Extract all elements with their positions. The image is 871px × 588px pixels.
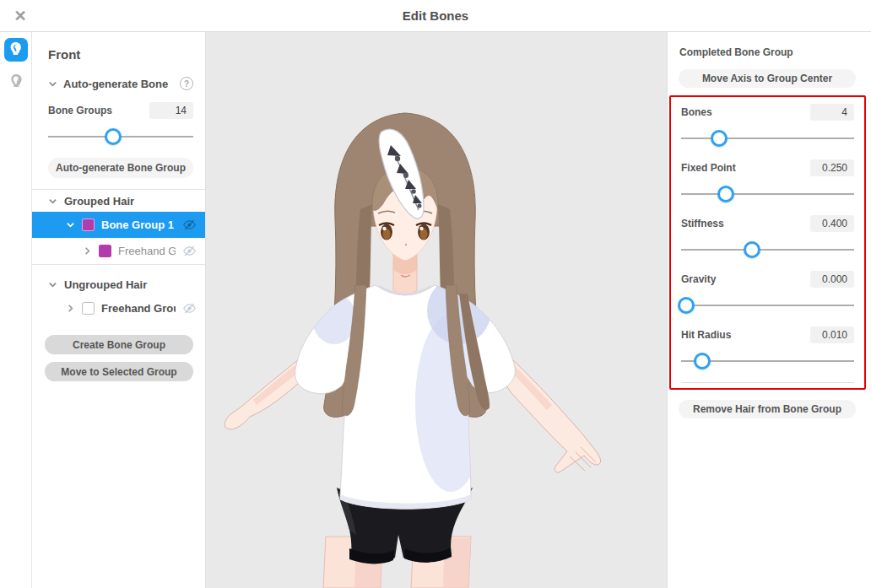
bones-slider[interactable]	[681, 129, 854, 148]
bone-groups-slider[interactable]	[48, 127, 193, 146]
slider-thumb[interactable]	[744, 241, 760, 258]
slider-thumb[interactable]	[717, 186, 734, 202]
move-axis-to-group-center-button[interactable]: Move Axis to Group Center	[679, 69, 856, 88]
close-button[interactable]: ✕	[11, 7, 30, 25]
stiffness-value[interactable]: 0.400	[810, 215, 854, 232]
eye-slash-icon[interactable]	[182, 301, 197, 316]
move-to-selected-group-button[interactable]: Move to Selected Group	[45, 362, 193, 381]
edit-bones-dialog: ✕ Edit Bones	[0, 0, 871, 588]
hair-bone-tool-button[interactable]	[4, 38, 28, 62]
freehand-group-1-label: Freehand Group 1	[101, 302, 176, 315]
freehand-child-label: Freehand Grou	[118, 245, 176, 257]
bone-parameters-highlight-box: Bones 4 Fixed Point 0.250 Stiffness	[669, 95, 866, 390]
tree-row-freehand-child[interactable]: Freehand Grou	[32, 238, 205, 264]
chevron-right-icon[interactable]	[66, 304, 75, 313]
slider-thumb[interactable]	[678, 297, 695, 314]
chevron-right-icon[interactable]	[83, 246, 92, 256]
slider-track	[681, 249, 854, 251]
fixed-point-value[interactable]: 0.250	[810, 159, 854, 176]
slider-track	[681, 305, 854, 306]
create-bone-group-button[interactable]: Create Bone Group	[45, 335, 193, 354]
eye-slash-icon[interactable]	[182, 244, 197, 258]
freehand-child-color-swatch[interactable]	[99, 245, 111, 257]
model-viewport[interactable]	[206, 32, 667, 588]
bones-value[interactable]: 4	[810, 104, 854, 121]
grouped-hair-header[interactable]: Grouped Hair	[32, 190, 205, 212]
head-tool-button[interactable]	[4, 70, 28, 94]
chevron-down-icon[interactable]	[48, 79, 57, 89]
fixed-point-label: Fixed Point	[681, 162, 736, 174]
right-panel: Completed Bone Group Move Axis to Group …	[667, 32, 871, 588]
divider	[681, 382, 854, 383]
tool-rail	[0, 32, 32, 588]
stiffness-slider[interactable]	[681, 240, 854, 259]
bones-label: Bones	[681, 106, 712, 118]
bone-group-1-label: Bone Group 1	[101, 218, 176, 231]
remove-hair-from-bone-group-button[interactable]: Remove Hair from Bone Group	[679, 400, 856, 418]
hair-bone-tool-icon	[8, 40, 24, 59]
tree-row-bone-group-1[interactable]: Bone Group 1	[32, 212, 205, 238]
fixed-point-slider[interactable]	[681, 185, 854, 203]
tree-row-freehand-group-1[interactable]: Freehand Group 1	[32, 295, 205, 321]
completed-bone-group-header: Completed Bone Group	[679, 46, 856, 58]
gravity-slider[interactable]	[681, 296, 854, 315]
gravity-label: Gravity	[681, 273, 716, 285]
slider-track	[681, 193, 854, 195]
slider-thumb[interactable]	[694, 353, 711, 370]
help-icon[interactable]: ?	[180, 77, 193, 90]
character-model[interactable]	[206, 32, 667, 588]
chevron-down-icon	[48, 280, 57, 289]
gravity-value[interactable]: 0.000	[810, 271, 854, 288]
auto-generate-bone-group-button[interactable]: Auto-generate Bone Group	[48, 158, 193, 178]
ungrouped-hair-label: Ungrouped Hair	[64, 278, 147, 291]
bone-group-color-swatch[interactable]	[82, 218, 95, 231]
bone-groups-label: Bone Groups	[48, 105, 112, 116]
slider-thumb[interactable]	[105, 128, 122, 145]
title-bar: ✕ Edit Bones	[0, 0, 871, 32]
auto-generate-section-title: Auto-generate Bone	[63, 78, 174, 90]
eye-slash-icon[interactable]	[182, 218, 197, 232]
bone-groups-value[interactable]: 14	[149, 102, 193, 119]
ungrouped-hair-header[interactable]: Ungrouped Hair	[32, 273, 205, 295]
view-direction-label: Front	[48, 47, 193, 62]
chevron-down-icon	[48, 197, 57, 206]
slider-track	[681, 138, 854, 139]
window-title: Edit Bones	[403, 8, 468, 23]
head-silhouette-icon	[8, 73, 24, 91]
freehand-group-1-color-swatch[interactable]	[82, 302, 95, 315]
divider	[32, 264, 205, 265]
stiffness-label: Stiffness	[681, 218, 724, 229]
hit-radius-label: Hit Radius	[681, 329, 731, 341]
grouped-hair-label: Grouped Hair	[64, 195, 134, 208]
hit-radius-value[interactable]: 0.010	[810, 326, 854, 343]
slider-thumb[interactable]	[711, 130, 728, 147]
hit-radius-slider[interactable]	[681, 352, 854, 370]
chevron-down-icon[interactable]	[66, 220, 75, 229]
left-panel: Front Auto-generate Bone ? Bone Groups 1…	[32, 32, 206, 588]
